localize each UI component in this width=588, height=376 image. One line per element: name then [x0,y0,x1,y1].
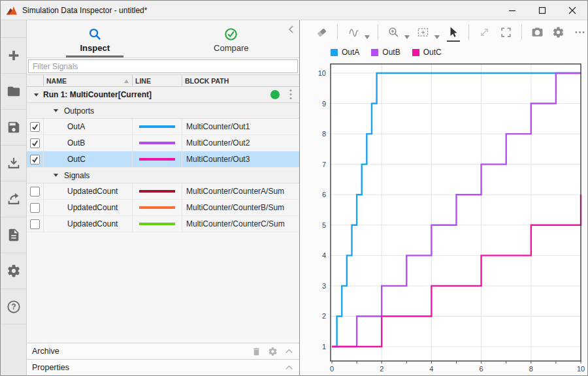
plot-legend: OutAOutBOutC [300,44,587,61]
svg-text:6: 6 [322,191,326,198]
tab-compare[interactable]: Compare [163,20,300,57]
zoom-tool-button[interactable] [386,24,401,40]
chevron-up-icon[interactable] [284,363,294,373]
legend-item[interactable]: OutB [371,48,400,57]
report-button[interactable] [1,217,26,253]
tab-inspect-label: Inspect [80,43,110,53]
chevron-down-icon[interactable] [434,30,440,34]
row-checkbox[interactable] [30,122,40,132]
legend-swatch [412,49,419,56]
open-button[interactable] [1,73,26,109]
signal-row[interactable]: OutAMultiCounter/Out1 [27,119,299,135]
export-icon [7,192,21,206]
more-dots-icon [574,26,586,39]
chart-area[interactable]: 024681012345678910 [300,61,587,376]
legend-swatch [331,49,338,56]
window-title: Simulation Data Inspector - untitled* [22,6,147,15]
report-icon [7,228,21,242]
snapshot-tool-button[interactable] [530,24,545,40]
minimize-button[interactable] [497,1,527,20]
line-color-swatch [139,190,175,193]
properties-label: Properties [32,363,278,372]
group-row-outports[interactable]: Outports [27,103,299,119]
mode-tabs: Inspect Compare [27,20,299,58]
chevron-down-icon[interactable] [404,30,410,34]
toolbar-separator [337,24,338,40]
gear-icon [552,26,564,39]
row-checkbox[interactable] [30,219,40,229]
row-checkbox[interactable] [30,203,40,213]
signal-row[interactable]: UpdatedCountMultiCounter/CounterB/Sum [27,200,299,216]
column-header-checkbox [27,75,44,86]
folder-icon [7,84,21,99]
svg-text:2: 2 [322,312,326,320]
close-button[interactable] [557,1,587,20]
column-header-name[interactable]: NAME [44,75,133,86]
filter-signals-input[interactable] [28,59,298,73]
help-button[interactable]: ? [1,289,26,324]
signal-row[interactable]: UpdatedCountMultiCounter/CounterA/Sum [27,183,299,200]
block-path: MultiCounter/Out3 [182,151,299,167]
more-tool-button[interactable] [572,24,587,40]
chevron-up-icon[interactable] [284,347,294,356]
row-checkbox[interactable] [30,155,40,164]
svg-text:6: 6 [480,365,483,373]
wave-icon [348,26,360,39]
signal-row[interactable]: OutBMultiCounter/Out2 [27,135,299,151]
signal-style-tool-button[interactable] [346,24,361,40]
legend-label: OutB [382,48,400,57]
cursor-icon [447,26,459,39]
line-color-swatch [139,142,175,144]
row-checkbox[interactable] [30,138,40,148]
import-button[interactable] [1,145,26,181]
new-button[interactable] [1,37,26,73]
signal-name: UpdatedCount [44,216,133,232]
pan-tool-button[interactable] [477,24,492,40]
chevron-left-icon[interactable] [286,24,297,35]
signal-name: OutC [44,151,133,167]
line-color-swatch [139,206,175,209]
legend-item[interactable]: OutC [412,48,442,57]
eraser-icon [316,26,328,39]
group-row-signals[interactable]: Signals [27,168,299,183]
column-header-block-path[interactable]: BLOCK PATH [182,75,299,86]
fit-to-view-tool-button[interactable] [416,24,431,40]
row-checkbox[interactable] [30,187,40,196]
kebab-menu-icon[interactable] [286,89,295,101]
run-status-indicator [270,90,280,99]
tab-inspect[interactable]: Inspect [27,20,163,57]
maximize-button[interactable] [527,1,557,20]
properties-bar[interactable]: Properties [27,359,299,375]
svg-text:10: 10 [577,365,585,373]
caret-down-icon[interactable] [33,92,39,98]
block-path: MultiCounter/CounterC/Sum [182,216,299,232]
archive-label: Archive [32,347,245,356]
caret-down-icon[interactable] [53,172,59,178]
svg-text:4: 4 [429,365,433,373]
legend-item[interactable]: OutA [331,48,359,57]
signal-row[interactable]: UpdatedCountMultiCounter/CounterC/Sum [27,216,299,232]
settings-tool-button[interactable] [551,24,566,40]
preferences-button[interactable] [1,253,26,289]
eraser-tool-button[interactable] [314,24,329,40]
trash-icon[interactable] [252,347,261,356]
save-button[interactable] [1,109,26,145]
gear-icon[interactable] [268,347,278,356]
svg-text:9: 9 [322,100,326,108]
svg-text:?: ? [11,302,16,311]
fullscreen-tool-button[interactable] [498,24,513,40]
toolbar-separator [468,24,469,40]
line-color-swatch [139,223,175,225]
list-empty-area [27,232,299,343]
signal-chart[interactable]: 024681012345678910 [300,61,588,376]
block-path: MultiCounter/Out1 [182,119,299,134]
archive-bar[interactable]: Archive [27,343,299,359]
chevron-down-icon[interactable] [365,30,370,34]
caret-down-icon[interactable] [53,108,59,114]
fit-view-icon [417,26,429,39]
run-header-row[interactable]: Run 1: MultiCounter[Current] [27,87,299,103]
cursor-tool-button[interactable] [446,24,461,40]
column-header-line[interactable]: LINE [133,75,182,86]
signal-row[interactable]: OutCMultiCounter/Out3 [27,151,299,168]
export-button[interactable] [1,181,26,217]
